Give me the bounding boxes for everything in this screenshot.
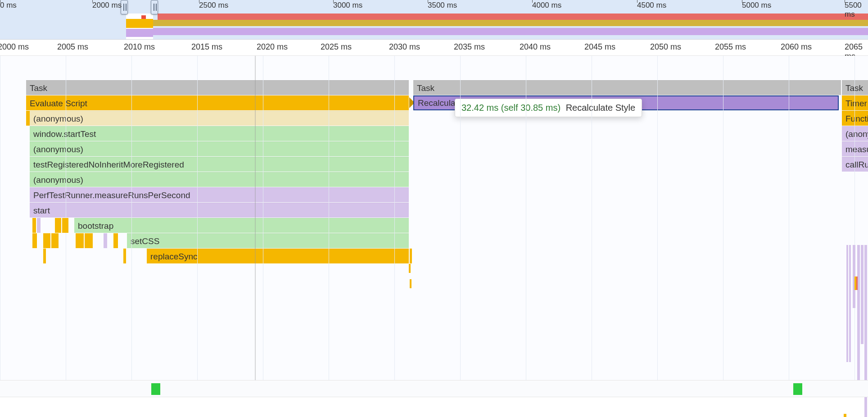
ruler-tick: 2015 ms	[191, 42, 222, 52]
flame-start-test[interactable]: window.startTest	[30, 126, 409, 141]
playhead-line[interactable]	[255, 56, 256, 380]
flame-micro	[410, 249, 412, 263]
flame-anon1-marker	[26, 111, 30, 126]
flame-evaluate-script[interactable]: Evaluate Script	[26, 95, 409, 110]
markers-track[interactable]	[0, 380, 868, 397]
grid-line	[263, 56, 263, 380]
flame-chart[interactable]: Task Evaluate Script (anonymous) window.…	[0, 56, 868, 380]
flame-label: Task	[30, 83, 47, 93]
timeline-overview[interactable]: 0 ms2000 ms2500 ms3000 ms3500 ms4000 ms4…	[0, 0, 868, 40]
flame-replacesync[interactable]: replaceSync	[147, 249, 409, 263]
grid-line	[460, 56, 461, 380]
flame-setcss[interactable]: setCSS	[127, 233, 409, 248]
grid-line	[197, 56, 198, 380]
flame-label: setCSS	[131, 236, 159, 246]
flame-perftest[interactable]: PerfTestRunner.measureRunsPerSecond	[30, 187, 409, 202]
time-ruler[interactable]: 2000 ms2005 ms2010 ms2015 ms2020 ms2025 …	[0, 40, 868, 56]
flame-task-right[interactable]: Task	[842, 80, 868, 95]
flame-micro-block	[844, 414, 846, 417]
flame-micro-block	[113, 233, 118, 248]
flame-anon-right[interactable]: (anony	[842, 126, 868, 141]
overview-tick: 2000 ms	[92, 0, 122, 10]
flame-label: Evaluate Script	[30, 99, 87, 108]
overview-band-rendering	[135, 28, 868, 35]
overview-tick: 0 ms	[0, 0, 17, 10]
ruler-tick: 2025 ms	[321, 42, 352, 52]
overview-band-scripting	[135, 20, 868, 26]
flame-micro-block	[55, 218, 61, 233]
flame-label: window.startTest	[33, 129, 96, 139]
overview-sel-render	[126, 29, 153, 37]
ruler-tick: 2005 ms	[57, 42, 88, 52]
flame-bootstrap[interactable]: bootstrap	[74, 218, 409, 233]
overview-handle-left[interactable]	[121, 0, 128, 14]
ruler-tick: 2050 ms	[650, 42, 681, 52]
flame-micro-block	[861, 245, 863, 344]
ruler-tick: 2020 ms	[257, 42, 288, 52]
flame-anon2[interactable]: (anonymous)	[30, 141, 409, 156]
grid-line	[723, 56, 723, 380]
flame-testreg[interactable]: testRegisteredNoInheritMoreRegistered	[30, 157, 409, 172]
flame-micro-block	[43, 249, 46, 263]
flame-micro-block	[849, 245, 851, 362]
overview-tick: 3500 ms	[428, 0, 457, 10]
flame-function[interactable]: Functio	[842, 111, 868, 126]
flame-micro-block	[62, 218, 68, 233]
tooltip-name: Recalculate Style	[566, 103, 636, 113]
flame-label: bootstrap	[78, 221, 113, 231]
flame-micro	[409, 264, 411, 273]
flame-micro-block	[856, 276, 858, 290]
grid-line	[592, 56, 592, 380]
flame-micro-block	[37, 218, 41, 233]
overview-selection-window[interactable]	[126, 14, 153, 39]
frame-marker[interactable]	[793, 383, 802, 395]
flame-micro-block	[32, 233, 37, 248]
flame-label: (anonymous)	[33, 175, 83, 185]
frame-marker[interactable]	[151, 383, 160, 395]
flame-timer-fired[interactable]: Timer F	[842, 95, 868, 110]
flame-label: Timer F	[845, 99, 868, 108]
flame-label: PerfTestRunner.measureRunsPerSecond	[33, 190, 190, 200]
flame-label: replaceSync	[150, 252, 198, 261]
flame-measure[interactable]: measu	[842, 141, 868, 156]
flame-micro-block	[104, 233, 107, 248]
overview-sel-red	[141, 15, 146, 19]
overview-sel-script	[126, 19, 153, 28]
overview-tick: 4500 ms	[637, 0, 666, 10]
overview-band-layout	[158, 14, 868, 20]
overview-handle-right[interactable]	[151, 0, 158, 14]
flame-task-mid[interactable]: Task	[413, 80, 841, 95]
flame-micro-block	[43, 233, 50, 248]
overview-tick: 3000 ms	[333, 0, 362, 10]
grid-line	[657, 56, 658, 380]
ruler-tick: 2035 ms	[454, 42, 485, 52]
flame-tooltip: 32.42 ms (self 30.85 ms) Recalculate Sty…	[455, 99, 642, 117]
flame-label: measu	[845, 145, 868, 154]
flame-label: callRu	[845, 160, 868, 169]
overview-tick: 5500 ms	[845, 0, 868, 19]
ruler-tick: 2030 ms	[389, 42, 420, 52]
flame-micro-block	[846, 245, 848, 362]
grid-line	[854, 56, 855, 380]
flame-label: (anony	[845, 129, 868, 139]
flame-micro	[410, 279, 411, 288]
ruler-tick: 2010 ms	[124, 42, 155, 52]
overview-tick: 2500 ms	[199, 0, 228, 10]
flame-label: testRegisteredNoInheritMoreRegistered	[33, 160, 184, 169]
overview-tick: 5000 ms	[742, 0, 771, 10]
flame-label: start	[33, 206, 50, 215]
grid-line	[0, 56, 0, 380]
flame-micro-block	[857, 245, 860, 380]
flame-start[interactable]: start	[30, 203, 409, 218]
flame-anon1[interactable]: (anonymous)	[30, 111, 409, 126]
ruler-tick: 2055 ms	[715, 42, 746, 52]
ruler-tick: 2000 ms	[0, 42, 29, 52]
grid-line	[526, 56, 526, 380]
grid-line	[789, 56, 789, 380]
ruler-tick: 2040 ms	[520, 42, 551, 52]
flame-micro-block	[85, 233, 93, 248]
flame-callrun[interactable]: callRu	[842, 157, 868, 172]
flame-micro-block	[32, 218, 36, 233]
flame-task-left[interactable]: Task	[26, 80, 409, 95]
flame-anon3[interactable]: (anonymous)	[30, 172, 409, 187]
